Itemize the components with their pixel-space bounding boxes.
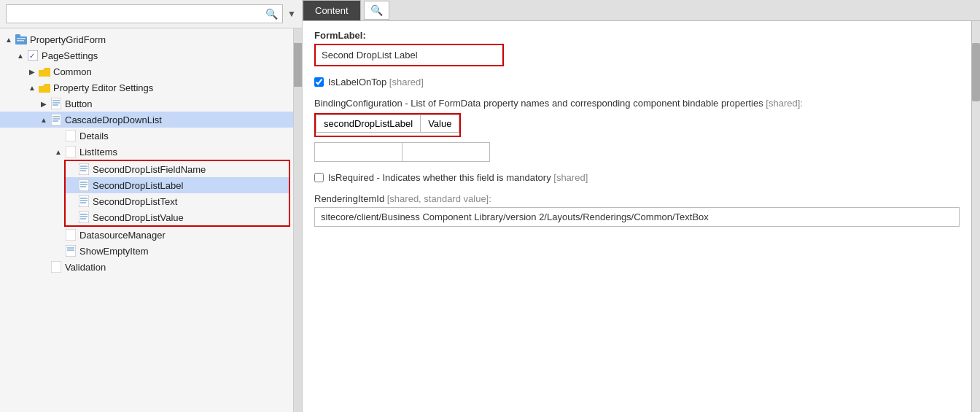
icon-show-empty-item [64,244,77,257]
toggle-page-settings[interactable]: ▲ [15,52,26,60]
icon-second-value [77,211,90,224]
binding-table-wrap: secondDropListLabel Value [314,113,461,137]
tree-label-common: Common [53,66,92,77]
svg-rect-34 [66,229,76,241]
icon-second-label [77,179,90,192]
content-area: FormLabel: Second DropList Label IsLabel… [303,21,971,412]
tree-label-show-empty-item: ShowEmptyItem [79,246,149,257]
tree-item-page-settings[interactable]: ▲ ✓ PageSettings [0,47,293,63]
tree-label-property-editor-settings: Property Editor Settings [53,82,153,93]
binding-section: BindingConfiguration - List of FormData … [314,98,960,162]
svg-rect-22 [79,179,89,191]
svg-rect-26 [79,195,89,207]
icon-cascade-dropdown [50,113,63,126]
icon-button [50,97,63,110]
toggle-cascade-dropdown[interactable]: ▲ [38,116,50,124]
rendering-value[interactable]: sitecore/client/Business Component Libra… [314,207,960,227]
binding-col1-header: secondDropListLabel [316,115,421,133]
right-panel: Content 🔍 FormLabel: Second DropList Lab… [303,0,980,412]
svg-text:✓: ✓ [29,52,35,60]
right-scrollbar-thumb[interactable] [972,43,980,101]
tree-label-datasource-manager: DatasourceManager [79,230,166,241]
icon-page-settings: ✓ [26,49,39,62]
tree-container: ▲ PropertyGridForm ▲ ✓ PageSettings ▶ [0,28,293,412]
svg-rect-18 [79,163,89,175]
rendering-label: RenderingItemId [shared, standard value]… [314,193,960,204]
is-label-on-top-row: IsLabelOnTop [shared] [314,77,960,88]
is-required-row: IsRequired - Indicates whether this fiel… [314,172,960,183]
tree-item-listitems[interactable]: ▲ ListItems [0,144,293,160]
toggle-property-editor-settings[interactable]: ▲ [26,84,38,92]
tab-content[interactable]: Content [303,0,361,20]
icon-datasource-manager [64,228,77,241]
tab-bar: Content 🔍 [303,0,980,21]
toggle-button[interactable]: ▶ [38,100,50,108]
toggle-property-grid-form[interactable]: ▲ [3,36,15,44]
tree-label-property-grid-form: PropertyGridForm [30,34,106,45]
tree-label-second-value: SecondDropListValue [93,212,184,223]
icon-property-grid-form [15,33,28,46]
dropdown-arrow-icon[interactable]: ▼ [287,9,296,19]
icon-property-editor-settings [38,81,51,94]
binding-empty-row-table [314,142,490,162]
right-scrollbar[interactable] [971,21,980,412]
tree-label-second-text: SecondDropListText [93,196,177,207]
is-label-on-top-checkbox[interactable] [314,77,324,87]
tree-item-second-field-name[interactable]: SecondDropListFieldName [66,161,289,177]
tree-label-listitems: ListItems [79,147,117,158]
toggle-listitems[interactable]: ▲ [52,148,64,156]
tree-label-second-field-name: SecondDropListFieldName [93,164,206,175]
tree-item-details[interactable]: Details [0,128,293,144]
icon-second-text [77,195,90,208]
svg-rect-2 [17,38,26,39]
form-label-value[interactable]: Second DropList Label [314,44,504,66]
search-bar: 🔍 ▼ [0,0,302,28]
tree-label-cascade-dropdown: CascadeDropDownList [65,114,162,125]
tree-label-details: Details [79,131,109,141]
icon-second-field-name [77,163,90,176]
tree-item-second-value[interactable]: SecondDropListValue [66,209,289,225]
tree-item-second-text[interactable]: SecondDropListText [66,193,289,209]
rendering-section: RenderingItemId [shared, standard value]… [314,193,960,227]
tree-item-button[interactable]: ▶ Button [0,96,293,112]
highlighted-list-items-group: SecondDropListFieldName SecondDropListLa… [64,160,290,227]
tree-item-datasource-manager[interactable]: DatasourceManager [0,227,293,243]
icon-validation [50,260,63,273]
is-label-on-top-label: IsLabelOnTop [shared] [328,77,424,88]
binding-empty-col2[interactable] [402,143,490,162]
toggle-common[interactable]: ▶ [26,68,38,76]
binding-empty-col1[interactable] [315,143,402,162]
binding-desc: BindingConfiguration - List of FormData … [314,98,960,109]
binding-col2-header: Value [421,115,459,133]
is-required-checkbox[interactable] [314,173,324,182]
tree-item-validation[interactable]: Validation [0,259,293,275]
left-scrollbar[interactable] [293,28,302,412]
tree-item-cascade-dropdown[interactable]: ▲ CascadeDropDownList [0,112,293,128]
search-input-wrap[interactable]: 🔍 [6,4,283,23]
tree-item-common[interactable]: ▶ Common [0,63,293,79]
svg-rect-38 [51,261,61,273]
svg-rect-1 [15,34,20,37]
svg-rect-16 [66,130,76,141]
tree-item-property-grid-form[interactable]: ▲ PropertyGridForm [0,31,293,47]
left-panel: 🔍 ▼ ▲ PropertyGridForm ▲ ✓ PageSet [0,0,303,412]
tree-label-second-label: SecondDropListLabel [93,180,183,191]
icon-details [64,129,77,142]
tab-search-button[interactable]: 🔍 [364,1,389,20]
search-icon: 🔍 [265,8,278,20]
tree-item-property-editor-settings[interactable]: ▲ Property Editor Settings [0,79,293,96]
tree-item-show-empty-item[interactable]: ShowEmptyItem [0,243,293,259]
svg-marker-7 [39,84,50,93]
tree-item-second-label[interactable]: SecondDropListLabel [66,177,289,193]
form-label-title: FormLabel: [314,30,960,41]
is-required-label: IsRequired - Indicates whether this fiel… [328,172,588,183]
svg-rect-17 [66,146,76,158]
left-scrollbar-thumb[interactable] [294,43,302,87]
tree-label-page-settings: PageSettings [42,50,98,61]
icon-listitems [64,145,77,158]
svg-marker-6 [39,68,50,77]
svg-rect-8 [51,98,61,109]
svg-rect-35 [66,245,76,257]
search-input[interactable] [11,9,265,20]
binding-empty-row [315,143,490,162]
